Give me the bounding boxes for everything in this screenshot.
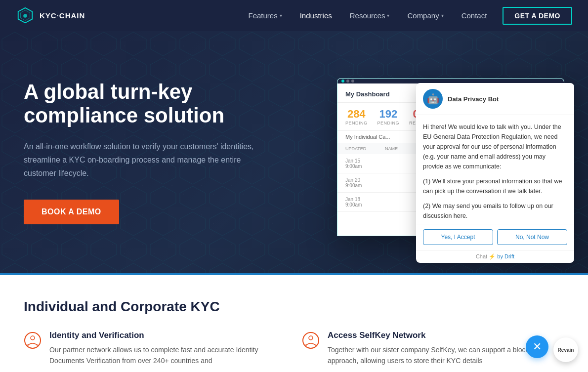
section-title: Individual and Corporate KYC	[24, 299, 564, 315]
bot-avatar: 🤖	[423, 89, 443, 109]
dash-title: My Dashboard	[345, 90, 390, 98]
nav-item-resources[interactable]: Resources ▾	[350, 11, 390, 20]
drift-link[interactable]: by Drift	[497, 253, 514, 259]
feature-content-identity: Identity and Verification Our partner ne…	[49, 331, 286, 367]
hero-subtitle: An all-in-one workflow solution to verif…	[24, 140, 261, 180]
svg-point-4	[31, 336, 35, 340]
svg-point-2	[23, 14, 27, 18]
chatbot-overlay: 🤖 Data Privacy Bot Hi there! We would lo…	[416, 83, 574, 263]
chevron-down-icon: ▾	[280, 13, 282, 18]
chatbot-header: 🤖 Data Privacy Bot	[416, 83, 574, 115]
close-chat-button[interactable]: ✕	[526, 335, 548, 358]
chat-accept-button[interactable]: Yes, I Accept	[423, 229, 493, 245]
chatbot-greeting: Hi there! We would love to talk with you…	[423, 122, 567, 171]
chatbot-point1: (1) We'll store your personal informatio…	[423, 176, 567, 196]
lower-section: Individual and Corporate KYC Identity an…	[0, 273, 588, 372]
svg-point-5	[27, 344, 29, 346]
features-grid: Identity and Verification Our partner ne…	[24, 331, 564, 367]
svg-point-10	[315, 344, 317, 346]
svg-point-6	[37, 344, 39, 346]
feature-item-identity: Identity and Verification Our partner ne…	[24, 331, 286, 367]
hero-left: A global turn-key compliance solution An…	[24, 80, 294, 224]
identity-icon	[24, 331, 42, 349]
stat-pending-2: 192 PENDING	[378, 108, 400, 125]
feature-title-identity: Identity and Verification	[49, 331, 286, 340]
dash-dot-active	[341, 80, 344, 83]
dash-dot-2	[346, 80, 349, 83]
logo-text: KYC·CHAIN	[40, 11, 85, 20]
nav-item-industries[interactable]: Industries	[300, 11, 332, 20]
chevron-down-icon: ▾	[441, 13, 444, 18]
hero-section: A global turn-key compliance solution An…	[0, 31, 588, 273]
stat-pending: 284 PENDING	[345, 108, 368, 125]
navbar: KYC·CHAIN Features ▾ Industries Resource…	[0, 0, 588, 31]
chatbot-powered: Chat ⚡ by Drift	[416, 250, 574, 263]
chatbot-body[interactable]: Hi there! We would love to talk with you…	[416, 115, 574, 224]
chatbot-name: Data Privacy Bot	[448, 95, 499, 103]
chat-decline-button[interactable]: No, Not Now	[497, 229, 567, 245]
stat-num-2: 192	[378, 108, 400, 121]
nav-links: Features ▾ Industries Resources ▾ Compan…	[249, 11, 487, 20]
chatbot-point2: (2) We may send you emails to follow up …	[423, 201, 567, 221]
hero-title: A global turn-key compliance solution	[24, 80, 294, 128]
book-demo-button[interactable]: BOOK A DEMO	[24, 200, 119, 224]
logo[interactable]: KYC·CHAIN	[16, 6, 85, 25]
revain-badge[interactable]: Revain	[553, 337, 578, 362]
feature-item-selfkey: Access SelfKey Network Together with our…	[302, 331, 564, 367]
nav-item-contact[interactable]: Contact	[462, 11, 487, 20]
stat-num-1: 284	[345, 108, 368, 121]
svg-point-9	[305, 344, 307, 346]
stat-label-2: PENDING	[378, 121, 400, 125]
dash-dot-3	[351, 80, 354, 83]
hero-right: My Dashboard 284 PENDING 192 PENDING 016…	[294, 68, 564, 236]
logo-icon	[16, 6, 35, 25]
revain-label: Revain	[558, 347, 574, 353]
selfkey-icon	[302, 331, 320, 349]
get-demo-button[interactable]: GET A DEMO	[503, 7, 572, 25]
nav-item-company[interactable]: Company ▾	[407, 11, 443, 20]
nav-item-features[interactable]: Features ▾	[249, 11, 282, 20]
svg-point-8	[309, 336, 313, 340]
chatbot-footer: Yes, I Accept No, Not Now	[416, 224, 574, 250]
feature-desc-identity: Our partner network allows us to complet…	[49, 344, 286, 367]
stat-label-1: PENDING	[345, 121, 368, 125]
chevron-down-icon: ▾	[387, 13, 389, 18]
